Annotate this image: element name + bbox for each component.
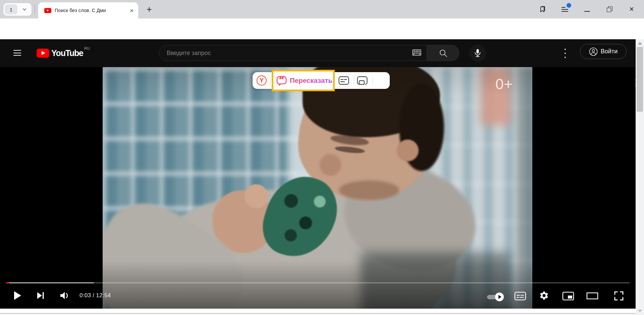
settings-button[interactable] [539, 291, 549, 301]
video-player[interactable]: 0+ Y “ Пересказать [0, 67, 636, 309]
pip-overlay-icon[interactable] [357, 75, 368, 86]
youtube-region-label: RU [84, 46, 90, 50]
captions-button[interactable] [514, 292, 526, 301]
window-close-button[interactable]: × [627, 4, 637, 14]
window-restore-button[interactable] [606, 5, 614, 13]
active-tab[interactable]: Поиск без слов. С Дми × [38, 2, 138, 18]
tab-title: Поиск без слов. С Дми [55, 8, 126, 13]
progress-buffer [6, 282, 94, 283]
scrollbar-up-arrow[interactable] [638, 42, 642, 45]
quote-bubble-icon: “ [276, 76, 287, 86]
youtube-header: YouTube RU [0, 39, 636, 67]
notification-badge [567, 3, 571, 8]
play-button[interactable] [14, 291, 21, 300]
tabstrip-divider [35, 5, 35, 14]
bookmarks-panel-icon[interactable] [538, 5, 547, 14]
signin-label: Войти [601, 48, 618, 55]
keyboard-icon[interactable] [412, 49, 421, 57]
age-rating-badge: 0+ [495, 76, 513, 93]
page-scrollbar[interactable] [636, 39, 644, 315]
overlay-menu-icon[interactable] [632, 77, 636, 89]
summarize-label: Пересказать [290, 76, 332, 85]
search-box[interactable] [159, 45, 427, 61]
browser-menu-icon[interactable] [560, 5, 570, 14]
miniplayer-button[interactable] [562, 292, 574, 301]
search-input[interactable] [159, 50, 412, 57]
youtube-logo[interactable]: YouTube [37, 48, 83, 58]
youtube-play-icon [37, 49, 49, 58]
chevron-down-icon[interactable] [17, 7, 32, 12]
tab-strip: 1 Поиск без слов. С Дми × + × [0, 0, 644, 18]
overlay-divider [270, 76, 271, 85]
signin-button[interactable]: Войти [580, 44, 627, 59]
browser-window: 1 Поиск без слов. С Дми × + × [0, 0, 644, 315]
captions-overlay-icon[interactable] [338, 75, 349, 86]
youtube-favicon-icon [44, 8, 51, 13]
autoplay-toggle[interactable] [486, 293, 504, 301]
video-frame[interactable] [103, 67, 532, 309]
progress-played [6, 282, 9, 283]
page-below-player [0, 309, 636, 315]
tab-close-icon[interactable]: × [130, 7, 133, 14]
volume-button[interactable] [60, 291, 70, 300]
video-bottom-gradient [103, 67, 532, 309]
overlay-divider [372, 76, 373, 85]
tab-count: 1 [5, 4, 17, 14]
window-minimize-button[interactable] [583, 5, 592, 14]
page-divider [0, 313, 636, 314]
toggle-knob-play-icon [495, 293, 504, 301]
fullscreen-button[interactable] [614, 291, 624, 301]
progress-bar[interactable] [6, 282, 630, 283]
youtube-page: YouTube RU [0, 39, 636, 315]
person-icon [589, 47, 598, 56]
new-tab-button[interactable]: + [144, 4, 154, 14]
yandex-overlay-toolbar: Y “ Пересказать [253, 72, 390, 89]
tab-counter-button[interactable]: 1 [3, 3, 32, 16]
theater-mode-button[interactable] [586, 292, 598, 300]
scrollbar-thumb[interactable] [637, 47, 643, 112]
yandex-logo-icon[interactable]: Y [257, 75, 267, 86]
svg-text:“: “ [278, 76, 284, 86]
search-button[interactable] [427, 45, 459, 61]
time-display: 0:03 / 12:54 [79, 292, 111, 299]
scrollbar-down-arrow[interactable] [638, 310, 642, 312]
next-button[interactable] [36, 291, 45, 300]
summarize-button[interactable]: “ Пересказать [272, 70, 335, 91]
address-toolbar: Я www.youtube.com Поиск без слов. С Дмит… [0, 18, 644, 39]
overlay-divider [354, 76, 354, 85]
youtube-wordmark: YouTube [51, 48, 83, 58]
voice-search-button[interactable] [469, 45, 486, 61]
guide-menu-icon[interactable] [13, 50, 21, 56]
header-menu-icon[interactable] [562, 49, 568, 58]
